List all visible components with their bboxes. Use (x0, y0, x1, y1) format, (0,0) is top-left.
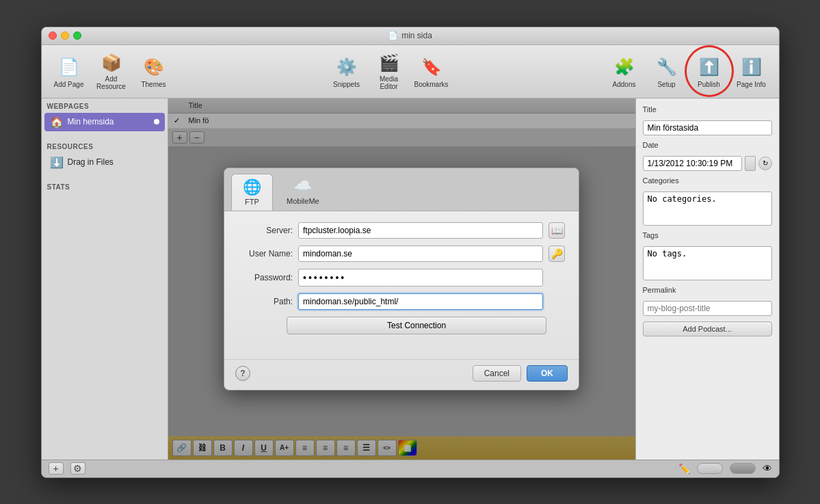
date-label: Date (643, 141, 772, 149)
stats-section-header: STATS (42, 179, 168, 193)
traffic-lights (49, 31, 81, 40)
snippets-button[interactable]: Snippets (326, 49, 367, 93)
dialog-body: Server: 📖 User Name: 🔑 Password: (224, 211, 579, 359)
test-connection-button[interactable]: Test Connection (287, 317, 546, 334)
setup-icon (654, 55, 679, 79)
ftp-icon: 🌐 (243, 178, 261, 196)
sidebar: WEBPAGES 🏠 Min hemsida RESOURCES ⬇️ Drag… (42, 98, 168, 460)
username-input[interactable] (298, 246, 543, 262)
tab-mobileme[interactable]: ☁️ MobileMe (276, 174, 330, 211)
window-title: 📄 min sida (388, 31, 432, 40)
path-field: Path: (238, 293, 565, 310)
path-input[interactable] (298, 293, 543, 310)
title-bar: 📄 min sida (42, 27, 779, 45)
ok-button[interactable]: OK (527, 365, 568, 382)
setup-button[interactable]: Setup (646, 49, 687, 93)
page-icon: 📄 (388, 31, 398, 40)
view-toggle-off[interactable] (697, 463, 723, 474)
sidebar-item-min-hemsida[interactable]: 🏠 Min hemsida (44, 113, 165, 131)
categories-textarea[interactable]: No categories. (643, 191, 772, 226)
sidebar-item-drag-files[interactable]: ⬇️ Drag in Files (44, 153, 165, 172)
date-row: ↻ (643, 156, 772, 171)
server-field: Server: 📖 (238, 222, 565, 239)
permalink-label: Permalink (643, 286, 772, 294)
maximize-button[interactable] (73, 31, 81, 40)
publish-dialog: 🌐 FTP ☁️ MobileMe Server: (224, 168, 579, 390)
resources-section-header: RESOURCES (42, 139, 168, 152)
close-button[interactable] (49, 31, 57, 40)
page-info-icon (739, 55, 764, 79)
add-status-button[interactable]: + (49, 462, 64, 475)
add-podcast-button[interactable]: Add Podcast... (643, 321, 772, 336)
minimize-button[interactable] (61, 31, 69, 40)
toolbar-center-group: Snippets Media Editor Bookmarks (326, 49, 452, 93)
drag-icon: ⬇️ (50, 156, 64, 169)
house-icon: 🏠 (50, 116, 64, 129)
date-input[interactable] (643, 156, 742, 171)
page-info-button[interactable]: Page Info (731, 49, 772, 93)
add-page-icon (57, 55, 81, 79)
cancel-button[interactable]: Cancel (473, 365, 521, 382)
title-input[interactable] (643, 120, 772, 135)
test-connection-row: Test Connection (238, 317, 565, 341)
add-page-button[interactable]: Add Page (49, 49, 90, 93)
media-icon (377, 52, 401, 74)
pencil-icon: ✏️ (678, 463, 690, 474)
password-label: Password: (238, 273, 293, 282)
eye-icon: 👁 (763, 463, 772, 474)
themes-icon (142, 55, 166, 79)
path-label: Path: (238, 297, 293, 306)
refresh-button[interactable]: ↻ (758, 157, 772, 170)
gear-status-button[interactable]: ⚙ (70, 462, 85, 475)
add-resource-button[interactable]: Add Resource (91, 49, 132, 93)
webpages-section-header: WEBPAGES (42, 98, 168, 112)
server-input[interactable] (298, 222, 543, 239)
help-button[interactable]: ? (235, 366, 250, 381)
addons-button[interactable]: Addons (604, 49, 645, 93)
date-stepper[interactable] (745, 156, 756, 171)
toolbar-left-group: Add Page Add Resource Themes (49, 49, 174, 93)
sidebar-item-dot (154, 119, 159, 124)
right-panel: Title Date ↻ Categories No categories. T… (635, 98, 779, 460)
username-field: User Name: 🔑 (238, 246, 565, 262)
dialog-footer: ? Cancel OK (224, 359, 579, 390)
addons-icon (612, 55, 637, 79)
themes-button[interactable]: Themes (133, 49, 174, 93)
mobileme-icon: ☁️ (293, 178, 312, 196)
main-window: 📄 min sida Add Page Add Resource Themes … (41, 27, 780, 478)
toolbar: Add Page Add Resource Themes Snippets Me… (42, 45, 779, 98)
key-icon[interactable]: 🔑 (548, 246, 565, 262)
dialog-overlay: 🌐 FTP ☁️ MobileMe Server: (168, 98, 635, 460)
status-bar: + ⚙ ✏️ 👁 (42, 460, 779, 477)
content-area: Title ✓ Min fö + − 🔗 ⛓ B I U A+ (168, 98, 635, 460)
server-label: Server: (238, 226, 293, 235)
book-icon[interactable]: 📖 (548, 222, 565, 239)
permalink-input[interactable] (643, 301, 772, 316)
publish-button[interactable]: Publish (689, 49, 730, 93)
bookmarks-button[interactable]: Bookmarks (411, 49, 452, 93)
dialog-tabs: 🌐 FTP ☁️ MobileMe (224, 168, 579, 211)
password-input[interactable] (298, 269, 543, 287)
main-area: WEBPAGES 🏠 Min hemsida RESOURCES ⬇️ Drag… (42, 98, 779, 460)
password-field: Password: (238, 269, 565, 287)
dialog-action-buttons: Cancel OK (473, 365, 568, 382)
view-toggle-on[interactable] (730, 463, 756, 474)
publish-icon (697, 55, 722, 79)
media-editor-button[interactable]: Media Editor (369, 49, 410, 93)
tab-ftp[interactable]: 🌐 FTP (231, 174, 273, 211)
title-label: Title (643, 105, 772, 114)
bookmarks-icon (419, 55, 444, 79)
categories-label: Categories (643, 176, 772, 185)
tags-label: Tags (643, 231, 772, 239)
add-resource-icon (99, 52, 124, 74)
toolbar-right-group: Addons Setup Publish Page Info (604, 49, 772, 93)
username-label: User Name: (238, 249, 293, 258)
snippets-icon (334, 55, 359, 79)
tags-textarea[interactable]: No tags. (643, 246, 772, 280)
